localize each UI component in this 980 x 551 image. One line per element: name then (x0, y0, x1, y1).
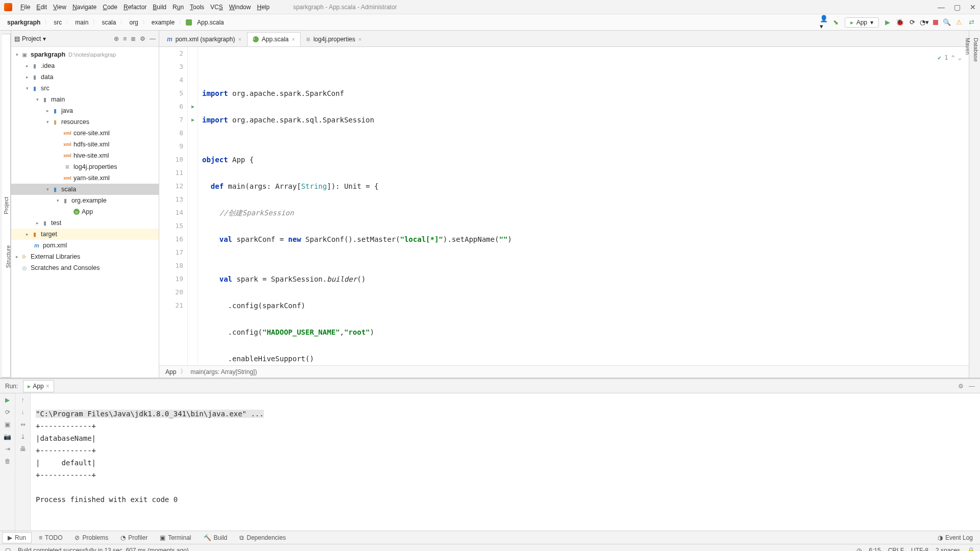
print-icon[interactable]: 🖶 (20, 445, 26, 453)
crumb-src[interactable]: src (52, 18, 64, 27)
bottom-tab-run[interactable]: ▶ Run (2, 532, 32, 543)
build-hammer-icon[interactable]: ⬊ (832, 19, 840, 26)
sync-icon[interactable]: ⇄ (968, 19, 975, 26)
project-panel: ▤ Project ▾ ⊕ ≡ ≣ ⚙ — ▾▣sparkgraphD:\not… (11, 31, 159, 378)
tool-project-tab[interactable]: Project (2, 34, 11, 378)
status-bar: ▢ Build completed successfully in 13 sec… (0, 544, 980, 551)
wrap-icon[interactable]: ⇔ (20, 421, 26, 428)
status-encoding[interactable]: UTF-8 (911, 547, 928, 552)
crumb-method[interactable]: main(args: Array[String]) (190, 368, 257, 375)
minimize-icon[interactable]: — (938, 3, 945, 11)
crumb-file[interactable]: App.scala (195, 18, 226, 27)
menu-file[interactable]: File (17, 4, 33, 11)
crumb-main[interactable]: main (73, 18, 90, 27)
settings-icon[interactable]: ⚙ (140, 35, 145, 42)
menu-tools[interactable]: Tools (187, 4, 207, 11)
status-caret-pos[interactable]: 6:15 (869, 547, 880, 552)
bottom-tab-problems[interactable]: ⊘ Problems (69, 533, 113, 543)
status-indent[interactable]: 2 spaces (936, 547, 960, 552)
tree-node-scala[interactable]: ▾▮scala (11, 184, 159, 195)
crumb-project[interactable]: sparkgraph (5, 18, 42, 27)
scroll-icon[interactable]: ⤓ (20, 433, 26, 440)
close-tab-icon[interactable]: × (358, 36, 361, 42)
run-config-label: App (856, 19, 867, 26)
project-tree[interactable]: ▾▣sparkgraphD:\notes\sparkgrap ▸▮.idea ▸… (11, 47, 159, 378)
crumb-org[interactable]: org (127, 18, 140, 27)
bottom-tab-dependencies[interactable]: ⧉ Dependencies (234, 533, 291, 543)
scala-file-icon (186, 19, 192, 26)
menu-edit[interactable]: Edit (33, 4, 50, 11)
menu-refactor[interactable]: Refactor (120, 4, 150, 11)
expand-all-icon[interactable]: ≡ (123, 35, 127, 42)
run-gutter-icon[interactable]: ▶ (191, 100, 194, 113)
menu-navigate[interactable]: Navigate (69, 4, 100, 11)
run-header: Run: ▸App × ⚙ — (0, 379, 980, 393)
menu-view[interactable]: View (50, 4, 69, 11)
camera-icon[interactable]: 📷 (4, 433, 11, 440)
status-icon[interactable]: ▢ (5, 547, 11, 552)
menu-help[interactable]: Help (254, 4, 273, 11)
editor-tab-log4j[interactable]: ⊞log4j.properties× (301, 32, 368, 46)
scroll-from-source-icon[interactable]: ⊕ (114, 35, 119, 42)
run-settings-icon[interactable]: ⚙ (958, 383, 964, 390)
tool-database-tab[interactable]: Database (972, 34, 980, 378)
stop-button-icon[interactable] (933, 20, 938, 25)
window-title: sparkgraph - App.scala - Administrator (293, 4, 397, 11)
menu-run[interactable]: Run (169, 4, 187, 11)
run-config-selector[interactable]: ▸ App ▾ (845, 17, 879, 28)
tree-node-app[interactable]: oApp (11, 206, 159, 217)
crumb-class[interactable]: App (165, 368, 176, 375)
rerun-icon[interactable]: ▶ (5, 396, 10, 404)
menu-window[interactable]: Window (226, 4, 254, 11)
menu-vcs[interactable]: VCS (207, 4, 226, 11)
crumb-scala[interactable]: scala (100, 18, 118, 27)
run-output[interactable]: "C:\Program Files\Java\jdk1.8.0_341\bin\… (31, 393, 980, 531)
close-tab-icon[interactable]: × (292, 36, 295, 42)
code-content[interactable]: ✔1 ⌃ ⌄ import org.apache.spark.SparkConf… (198, 47, 969, 365)
debug-button-icon[interactable]: 🐞 (896, 19, 903, 26)
status-clock-icon[interactable]: ◷ (856, 547, 862, 552)
hide-panel-icon[interactable]: — (150, 35, 156, 42)
profile-icon[interactable]: ◔▾ (921, 19, 928, 26)
bottom-tab-build[interactable]: 🔨 Build (199, 533, 233, 543)
crumb-example[interactable]: example (150, 18, 177, 27)
maximize-icon[interactable]: ▢ (954, 3, 961, 11)
bottom-tab-profiler[interactable]: ◔ Profiler (115, 533, 153, 543)
menu-build[interactable]: Build (150, 4, 169, 11)
user-icon[interactable]: 👤▾ (820, 19, 827, 26)
close-tab-icon[interactable]: × (238, 36, 241, 42)
run-button-icon[interactable]: ▶ (884, 19, 891, 26)
inspection-widget[interactable]: ✔1 ⌃ ⌄ (938, 51, 962, 64)
close-icon[interactable]: ✕ (970, 3, 976, 11)
editor-crumbbar: App 〉 main(args: Array[String]) (159, 365, 969, 378)
run-tool-window: Run: ▸App × ⚙ — ▶ ⟳ ▣ 📷 ⇥ 🗑 ↑ ↓ ⇔ ⤓ 🖶 "C… (0, 378, 980, 531)
collapse-all-icon[interactable]: ≣ (131, 35, 136, 42)
run-hide-icon[interactable]: — (969, 383, 975, 390)
code-editor[interactable]: 2345 6▶ 7▶ 89101112131415161718192021 ✔1… (159, 47, 969, 365)
status-line-sep[interactable]: CRLF (888, 547, 904, 552)
coverage-icon[interactable]: ⟳ (909, 19, 916, 26)
bottom-tab-eventlog[interactable]: ◑ Event Log (933, 533, 978, 543)
run-gutter-icon[interactable]: ▶ (191, 113, 194, 127)
run-tab-app[interactable]: ▸App × (23, 380, 54, 392)
exit-icon[interactable]: ⇥ (5, 445, 10, 453)
editor-tab-app[interactable]: oApp.scala× (247, 32, 301, 46)
ide-errors-icon[interactable]: ⚠ (955, 19, 963, 26)
status-lock-icon[interactable]: 🔒 (967, 547, 975, 552)
check-icon: ✔ (938, 51, 941, 64)
up-icon[interactable]: ↑ (21, 396, 24, 404)
fold-gutter (188, 47, 198, 365)
trash-icon[interactable]: 🗑 (5, 458, 11, 465)
stop-icon[interactable]: ⟳ (5, 409, 10, 416)
bottom-tab-terminal[interactable]: ▣ Terminal (155, 533, 196, 543)
app-logo-icon (4, 3, 12, 11)
down-icon[interactable]: ↓ (21, 409, 24, 416)
pin-icon[interactable]: ▣ (5, 421, 10, 428)
run-config-icon: ▸ (850, 19, 853, 26)
editor-tab-pom[interactable]: mpom.xml (sparkgraph)× (161, 32, 247, 46)
search-icon[interactable]: 🔍 (943, 19, 950, 26)
tool-structure-tab[interactable]: Structure (5, 245, 11, 268)
menu-code[interactable]: Code (100, 4, 120, 11)
bottom-tab-todo[interactable]: ≡ TODO (34, 533, 67, 543)
project-view-selector[interactable]: ▤ Project ▾ (14, 35, 46, 42)
